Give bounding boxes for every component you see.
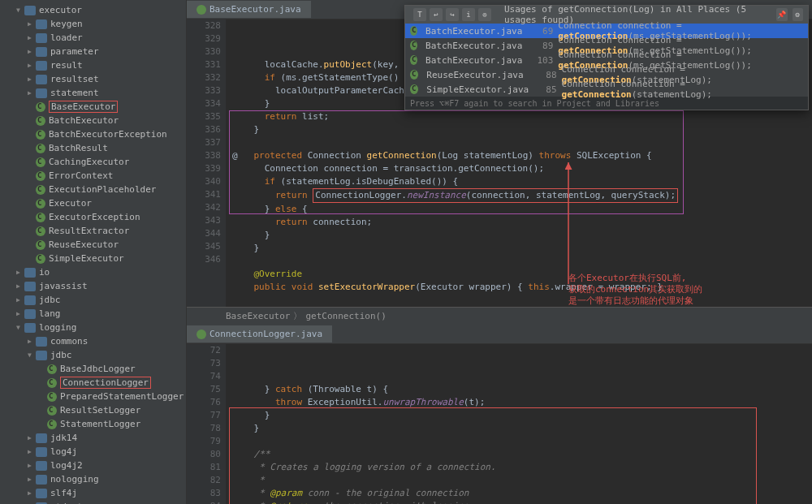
cls-connectionlogger[interactable]: ConnectionLogger bbox=[5, 376, 186, 390]
pkg-log4j[interactable]: ▶log4j bbox=[5, 445, 186, 459]
class-icon bbox=[410, 70, 418, 80]
class-icon bbox=[36, 226, 45, 236]
cls-executor[interactable]: Executor bbox=[5, 196, 186, 210]
annotation-callout: 各个Executor在执行SQL前, 获取的connection其实获取到的 是… bbox=[568, 273, 702, 307]
pkg-commons[interactable]: ▶commons bbox=[5, 334, 186, 348]
pkg-keygen[interactable]: ▶keygen bbox=[5, 17, 186, 31]
tool-↪[interactable]: ↪ bbox=[446, 8, 459, 21]
class-icon bbox=[47, 378, 57, 388]
pkg-io[interactable]: ▶io bbox=[5, 265, 186, 279]
class-icon bbox=[410, 84, 418, 94]
class-icon bbox=[36, 240, 45, 250]
class-icon bbox=[36, 144, 45, 153]
cls-batchexecutor[interactable]: BatchExecutor bbox=[5, 114, 186, 127]
pkg-executor[interactable]: ▼executor bbox=[5, 3, 186, 17]
tab-label: BaseExecutor.java bbox=[209, 4, 301, 15]
cls-simpleexecutor[interactable]: SimpleExecutor bbox=[5, 252, 186, 265]
tab-baseexecutor[interactable]: BaseExecutor.java bbox=[187, 1, 311, 18]
package-icon bbox=[24, 295, 36, 305]
pkg-javassist[interactable]: ▶javassist bbox=[5, 279, 186, 293]
package-icon bbox=[24, 323, 36, 333]
cls-basejdbclogger[interactable]: BaseJdbcLogger bbox=[5, 362, 186, 376]
class-icon bbox=[36, 199, 45, 209]
find-usages-popup[interactable]: T↩↪i⊙ Usages of getConnection(Log) in Al… bbox=[404, 5, 809, 110]
cls-baseexecutor[interactable]: BaseExecutor bbox=[5, 100, 186, 114]
package-icon bbox=[24, 282, 36, 291]
tool-i[interactable]: i bbox=[462, 8, 475, 21]
pkg-statement[interactable]: ▶statement bbox=[5, 86, 186, 100]
package-icon bbox=[36, 475, 47, 485]
gutter-bottom[interactable]: 7273747576777879808182838485868788899091 bbox=[187, 344, 226, 504]
project-tree[interactable]: ▼executor▶keygen▶loader▶parameter▶result… bbox=[0, 0, 187, 504]
package-icon bbox=[36, 337, 47, 347]
tab-label: ConnectionLogger.java bbox=[209, 329, 322, 339]
cls-preparedstatementlogger[interactable]: PreparedStatementLogger bbox=[5, 390, 186, 403]
class-icon bbox=[36, 102, 45, 112]
pkg-logging[interactable]: ▼logging bbox=[5, 321, 186, 334]
cls-resultsetlogger[interactable]: ResultSetLogger bbox=[5, 403, 186, 417]
class-icon bbox=[47, 420, 57, 429]
class-icon bbox=[36, 171, 45, 181]
package-icon bbox=[36, 88, 47, 98]
cls-reuseexecutor[interactable]: ReuseExecutor bbox=[5, 238, 186, 252]
package-icon bbox=[24, 268, 36, 278]
tab-connectionlogger[interactable]: ConnectionLogger.java bbox=[187, 325, 332, 342]
tool-↩[interactable]: ↩ bbox=[430, 8, 443, 21]
class-icon bbox=[410, 26, 417, 36]
class-icon bbox=[36, 213, 45, 222]
class-icon bbox=[36, 130, 45, 140]
package-icon bbox=[36, 447, 47, 457]
pkg-result[interactable]: ▶result bbox=[5, 58, 186, 72]
editor-tabs-bottom[interactable]: ConnectionLogger.java bbox=[187, 325, 812, 344]
class-icon bbox=[197, 330, 206, 339]
class-icon bbox=[36, 116, 45, 126]
cls-executionplaceholder[interactable]: ExecutionPlaceholder bbox=[5, 183, 186, 196]
class-icon bbox=[410, 55, 417, 65]
package-icon bbox=[24, 309, 36, 319]
pkg-parameter[interactable]: ▶parameter bbox=[5, 45, 186, 58]
cls-cachingexecutor[interactable]: CachingExecutor bbox=[5, 155, 186, 169]
pkg-resultset[interactable]: ▶resultset bbox=[5, 72, 186, 86]
gear-icon[interactable]: ⚙ bbox=[793, 8, 803, 21]
pin-icon[interactable]: 📌 bbox=[776, 8, 787, 21]
tool-T[interactable]: T bbox=[413, 8, 426, 21]
breadcrumb[interactable]: BaseExecutor〉getConnection() bbox=[187, 307, 812, 325]
pkg-lang[interactable]: ▶lang bbox=[5, 307, 186, 321]
pkg-jdbc[interactable]: ▶jdbc bbox=[5, 293, 186, 307]
tool-⊙[interactable]: ⊙ bbox=[478, 8, 491, 21]
cls-batchresult[interactable]: BatchResult bbox=[5, 141, 186, 155]
pkg-nologging[interactable]: ▶nologging bbox=[5, 472, 186, 486]
usage-row[interactable]: SimpleExecutor.java85Connection connecti… bbox=[405, 82, 808, 97]
package-icon bbox=[36, 351, 47, 360]
class-icon bbox=[47, 406, 57, 416]
package-icon bbox=[36, 61, 47, 71]
pkg-jdk14[interactable]: ▶jdk14 bbox=[5, 431, 186, 445]
pkg-stdout[interactable]: ▼stdout bbox=[5, 500, 186, 504]
pkg-slf4j[interactable]: ▶slf4j bbox=[5, 486, 186, 500]
class-icon bbox=[36, 157, 45, 167]
class-icon bbox=[197, 5, 206, 15]
cls-statementlogger[interactable]: StatementLogger bbox=[5, 417, 186, 431]
cls-errorcontext[interactable]: ErrorContext bbox=[5, 169, 186, 183]
cls-resultextractor[interactable]: ResultExtractor bbox=[5, 224, 186, 238]
pkg-jdbc[interactable]: ▼jdbc bbox=[5, 348, 186, 362]
code-bottom[interactable]: } catch (Throwable t) { throw ExceptionU… bbox=[226, 344, 812, 504]
breadcrumb-class[interactable]: BaseExecutor bbox=[226, 311, 290, 321]
class-icon bbox=[36, 185, 45, 195]
pkg-loader[interactable]: ▶loader bbox=[5, 31, 186, 45]
class-icon bbox=[410, 41, 417, 50]
package-icon bbox=[36, 19, 47, 29]
package-icon bbox=[36, 433, 47, 443]
cls-executorexception[interactable]: ExecutorException bbox=[5, 210, 186, 224]
package-icon bbox=[36, 461, 47, 471]
class-icon bbox=[47, 364, 57, 374]
pkg-log4j2[interactable]: ▶log4j2 bbox=[5, 459, 186, 472]
class-icon bbox=[36, 254, 45, 264]
package-icon bbox=[36, 489, 47, 498]
gutter-top[interactable]: 3283293303313323333343353363373383393403… bbox=[187, 19, 226, 307]
package-icon bbox=[36, 47, 47, 57]
package-icon bbox=[36, 75, 47, 84]
breadcrumb-method[interactable]: getConnection() bbox=[305, 311, 386, 321]
package-icon bbox=[36, 33, 47, 43]
cls-batchexecutorexception[interactable]: BatchExecutorException bbox=[5, 127, 186, 141]
